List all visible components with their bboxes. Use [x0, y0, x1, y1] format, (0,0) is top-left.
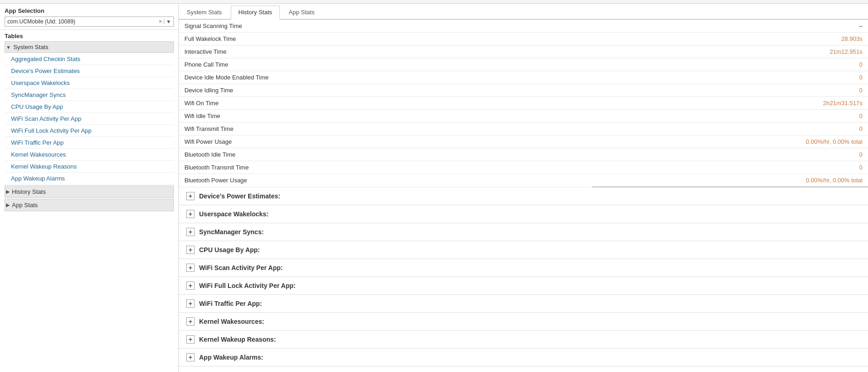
content-area: System Stats History Stats App Stats Sig…: [179, 4, 868, 372]
content-scroll[interactable]: Signal Scanning Time – Full Wakelock Tim…: [179, 20, 868, 372]
stat-value: 0: [592, 110, 868, 123]
expandable-label-cpu-usage: CPU Usage By App:: [199, 246, 260, 254]
expand-btn-wifi-scan[interactable]: +: [186, 264, 195, 272]
app-dropdown-value: com.UCMobile (Uid: 10089): [7, 18, 159, 25]
expandable-label-devices-power: Device's Power Estimates:: [199, 192, 280, 200]
stat-value: 2h21m31.517s: [592, 97, 868, 110]
tab-history-stats[interactable]: History Stats: [231, 6, 280, 20]
system-stats-group-label: System Stats: [13, 44, 49, 51]
table-row: Wifi Transmit Time 0: [179, 123, 868, 135]
sidebar-item-userspace-wakelocks[interactable]: Userspace Wakelocks: [5, 77, 174, 89]
stat-label: Bluetooth Transmit Time: [179, 161, 592, 174]
history-stats-group-label: History Stats: [12, 188, 46, 195]
table-row: Interactive Time 21m12.951s: [179, 45, 868, 58]
table-row: Wifi On Time 2h21m31.517s: [179, 97, 868, 110]
app-selection-label: App Selection: [5, 7, 174, 14]
expandable-cpu-usage: + CPU Usage By App:: [179, 241, 868, 259]
tables-label: Tables: [5, 33, 174, 39]
stat-value: –: [592, 20, 868, 33]
expandable-label-app-wakeup-alarms: App Wakeup Alarms:: [199, 354, 263, 361]
expandable-syncmanager-syncs: + SyncManager Syncs:: [179, 223, 868, 241]
expandable-wifi-scan: + WiFi Scan Activity Per App:: [179, 259, 868, 277]
system-stats-items: Aggregated Checkin Stats Device's Power …: [5, 53, 174, 185]
tab-app-stats[interactable]: App Stats: [281, 6, 322, 19]
system-stats-group: ▼ System Stats Aggregated Checkin Stats …: [5, 41, 174, 185]
stat-value: 0: [592, 123, 868, 135]
sidebar-item-kernel-wakeup[interactable]: Kernel Wakeup Reasons: [5, 161, 174, 173]
table-row: Signal Scanning Time –: [179, 20, 868, 33]
app-dropdown-clear-btn[interactable]: ×: [159, 18, 162, 25]
stat-value: 21m12.951s: [592, 45, 868, 58]
expandable-wifi-full-lock: + WiFi Full Lock Activity Per App:: [179, 277, 868, 295]
tables-section: Tables ▼ System Stats Aggregated Checkin…: [0, 30, 178, 372]
tabs-bar: System Stats History Stats App Stats: [179, 4, 868, 20]
stat-value: 0.00%/hr, 0.00% total: [592, 135, 868, 148]
expand-btn-app-wakeup-alarms[interactable]: +: [186, 353, 195, 361]
app-stats-group-label: App Stats: [12, 202, 38, 209]
stat-value: 28.903s: [592, 33, 868, 45]
sidebar-item-cpu-usage[interactable]: CPU Usage By App: [5, 101, 174, 113]
table-row: Full Wakelock Time 28.903s: [179, 33, 868, 45]
stats-table: Signal Scanning Time – Full Wakelock Tim…: [179, 20, 868, 187]
sidebar-item-wifi-scan[interactable]: WiFi Scan Activity Per App: [5, 113, 174, 125]
expand-btn-devices-power[interactable]: +: [186, 192, 195, 200]
table-row: Device Idling Time 0: [179, 84, 868, 97]
sidebar-item-aggregated-checkin[interactable]: Aggregated Checkin Stats: [5, 53, 174, 65]
table-row: Wifi Idle Time 0: [179, 110, 868, 123]
expand-btn-wifi-traffic[interactable]: +: [186, 299, 195, 308]
app-stats-group-header[interactable]: ▶ App Stats: [5, 199, 174, 211]
stat-label: Bluetooth Idle Time: [179, 148, 592, 161]
table-row: Wifi Power Usage 0.00%/hr, 0.00% total: [179, 135, 868, 148]
table-row: Device Idle Mode Enabled Time 0: [179, 71, 868, 84]
expandable-label-kernel-wakeup: Kernel Wakeup Reasons:: [199, 336, 276, 343]
history-stats-group-header[interactable]: ▶ History Stats: [5, 186, 174, 198]
stat-label: Wifi Power Usage: [179, 135, 592, 148]
app-dropdown-arrow-icon[interactable]: ▼: [164, 19, 171, 24]
stat-label: Interactive Time: [179, 45, 592, 58]
expand-btn-syncmanager-syncs[interactable]: +: [186, 228, 195, 236]
expand-btn-userspace-wakelocks[interactable]: +: [186, 210, 195, 218]
expand-btn-wifi-full-lock[interactable]: +: [186, 282, 195, 290]
expand-btn-kernel-wakesources[interactable]: +: [186, 317, 195, 326]
expand-btn-kernel-wakeup[interactable]: +: [186, 335, 195, 344]
expandable-app-wakeup-alarms: + App Wakeup Alarms:: [179, 349, 868, 366]
table-row: Bluetooth Power Usage 0.00%/hr, 0.00% to…: [179, 174, 868, 187]
stat-label: Device Idle Mode Enabled Time: [179, 71, 592, 84]
stat-label: Full Wakelock Time: [179, 33, 592, 45]
sidebar-item-kernel-wakesources[interactable]: Kernel Wakesources: [5, 149, 174, 161]
sidebar-item-wifi-traffic[interactable]: WiFi Traffic Per App: [5, 137, 174, 149]
sidebar-item-app-wakeup-alarms[interactable]: App Wakeup Alarms: [5, 173, 174, 185]
stat-label: Signal Scanning Time: [179, 20, 592, 33]
expandable-label-wifi-scan: WiFi Scan Activity Per App:: [199, 264, 283, 271]
table-row: Bluetooth Transmit Time 0: [179, 161, 868, 174]
expandable-label-syncmanager-syncs: SyncManager Syncs:: [199, 228, 264, 236]
stat-label: Device Idling Time: [179, 84, 592, 97]
tab-system-stats[interactable]: System Stats: [179, 6, 230, 19]
stat-label: Phone Call Time: [179, 58, 592, 71]
expandable-kernel-wakeup: + Kernel Wakeup Reasons:: [179, 331, 868, 349]
stat-value: 0: [592, 84, 868, 97]
sidebar-item-syncmanager-syncs[interactable]: SyncManager Syncs: [5, 89, 174, 101]
expandable-label-wifi-traffic: WiFi Traffic Per App:: [199, 300, 262, 307]
stat-label: Bluetooth Power Usage: [179, 174, 592, 187]
expandable-kernel-wakesources: + Kernel Wakesources:: [179, 313, 868, 331]
expandable-label-kernel-wakesources: Kernel Wakesources:: [199, 318, 264, 325]
expandable-wifi-traffic: + WiFi Traffic Per App:: [179, 295, 868, 313]
stat-value: 0: [592, 71, 868, 84]
table-row: Bluetooth Idle Time 0: [179, 148, 868, 161]
stat-label: Wifi On Time: [179, 97, 592, 110]
sidebar-item-devices-power[interactable]: Device's Power Estimates: [5, 65, 174, 77]
app-dropdown[interactable]: com.UCMobile (Uid: 10089) × ▼: [5, 17, 174, 27]
expandable-label-wifi-full-lock: WiFi Full Lock Activity Per App:: [199, 282, 295, 289]
stat-label: Wifi Idle Time: [179, 110, 592, 123]
expand-btn-cpu-usage[interactable]: +: [186, 246, 195, 254]
system-stats-group-header[interactable]: ▼ System Stats: [5, 41, 174, 53]
sidebar-item-wifi-full-lock[interactable]: WiFi Full Lock Activity Per App: [5, 125, 174, 137]
stat-label: Wifi Transmit Time: [179, 123, 592, 135]
expandable-devices-power: + Device's Power Estimates:: [179, 187, 868, 205]
table-row: Phone Call Time 0: [179, 58, 868, 71]
app-stats-arrow-icon: ▶: [6, 202, 10, 208]
history-stats-arrow-icon: ▶: [6, 189, 10, 195]
stat-value: 0.00%/hr, 0.00% total: [592, 174, 868, 187]
stat-value: 0: [592, 161, 868, 174]
